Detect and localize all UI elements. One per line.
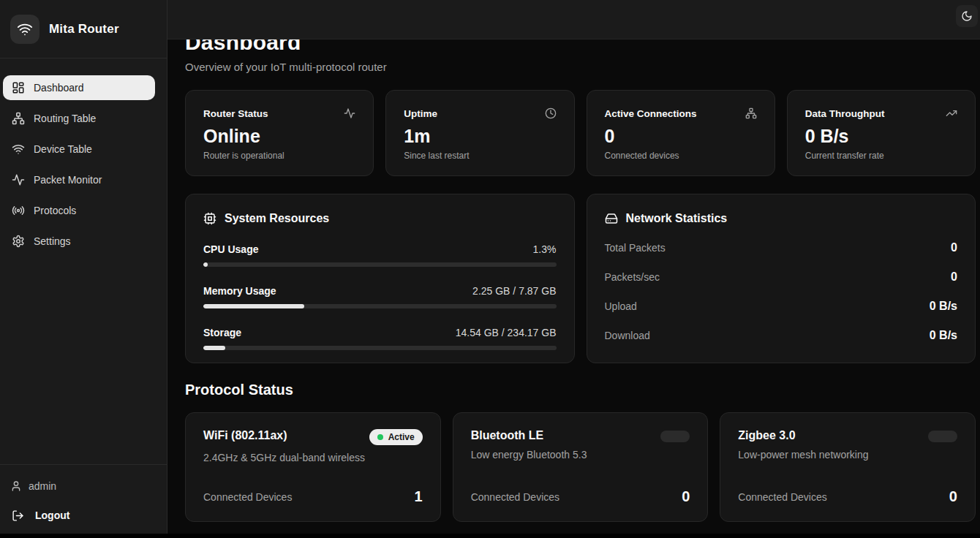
cpu-icon bbox=[203, 212, 216, 225]
sidebar-item-label: Packet Monitor bbox=[34, 174, 102, 186]
stat-card-active-connections: Active Connections 0 Connected devices bbox=[587, 90, 775, 176]
stat-value: Online bbox=[203, 126, 355, 147]
app-logo bbox=[10, 15, 39, 44]
connected-devices-value: 0 bbox=[949, 488, 957, 505]
cpu-progress-bar bbox=[203, 262, 557, 267]
resource-row-storage: Storage 14.54 GB / 234.17 GB bbox=[203, 327, 557, 350]
sidebar-item-protocols[interactable]: Protocols bbox=[3, 198, 155, 223]
stat-description: Since last restart bbox=[404, 151, 556, 161]
net-stat-label: Upload bbox=[605, 300, 637, 312]
stat-label: Active Connections bbox=[605, 108, 697, 119]
connected-devices-value: 1 bbox=[415, 488, 423, 505]
net-stat-row-download: Download 0 B/s bbox=[605, 329, 958, 342]
network-statistics-card: Network Statistics Total Packets 0 Packe… bbox=[587, 194, 976, 363]
sidebar-item-label: Settings bbox=[34, 235, 71, 247]
stat-card-data-throughput: Data Throughput 0 B/s Current transfer r… bbox=[787, 90, 976, 176]
resource-row-cpu: CPU Usage 1.3% bbox=[203, 243, 557, 267]
protocol-description: 2.4GHz & 5GHz dual-band wireless bbox=[203, 452, 423, 463]
protocol-status-heading: Protocol Status bbox=[185, 382, 976, 398]
net-stat-label: Packets/sec bbox=[605, 271, 660, 283]
status-badge-inactive bbox=[660, 431, 690, 442]
sidebar-item-dashboard[interactable]: Dashboard bbox=[3, 75, 155, 100]
net-stat-label: Total Packets bbox=[605, 242, 666, 254]
memory-progress-fill bbox=[203, 304, 304, 308]
protocol-card-zigbee: Zigbee 3.0 Low-power mesh networking Con… bbox=[720, 412, 976, 522]
sidebar-item-settings[interactable]: Settings bbox=[3, 229, 155, 254]
protocol-name: WiFi (802.11ax) bbox=[203, 429, 287, 442]
user-icon bbox=[10, 480, 22, 492]
stat-value: 1m bbox=[404, 126, 556, 147]
stat-description: Connected devices bbox=[605, 151, 757, 161]
status-badge-active: Active bbox=[369, 429, 423, 445]
connected-devices-value: 0 bbox=[682, 488, 690, 505]
connected-devices-label: Connected Devices bbox=[471, 491, 559, 503]
protocol-card-wifi: WiFi (802.11ax) Active 2.4GHz & 5GHz dua… bbox=[185, 412, 441, 522]
resource-label: CPU Usage bbox=[203, 243, 258, 255]
stat-label: Router Status bbox=[203, 108, 268, 119]
net-stat-value: 0 bbox=[951, 270, 957, 284]
panel-title: System Resources bbox=[225, 212, 329, 225]
protocol-description: Low-power mesh networking bbox=[738, 449, 957, 461]
sidebar-item-label: Routing Table bbox=[34, 113, 96, 124]
status-dot-icon bbox=[377, 434, 383, 440]
stat-value: 0 bbox=[605, 126, 757, 147]
stat-description: Router is operational bbox=[203, 151, 355, 161]
sidebar-item-label: Protocols bbox=[34, 205, 76, 216]
protocol-cards-row: WiFi (802.11ax) Active 2.4GHz & 5GHz dua… bbox=[185, 412, 976, 522]
storage-progress-fill bbox=[203, 346, 225, 350]
net-stat-row-packets-sec: Packets/sec 0 bbox=[605, 270, 958, 284]
protocol-name: Bluetooth LE bbox=[471, 429, 544, 442]
sidebar-item-device-table[interactable]: Device Table bbox=[3, 137, 155, 162]
stat-value: 0 B/s bbox=[805, 126, 957, 147]
theme-toggle-button[interactable] bbox=[956, 5, 978, 27]
activity-icon bbox=[344, 107, 355, 119]
layout-dashboard-icon bbox=[12, 81, 25, 94]
username: admin bbox=[29, 480, 56, 492]
sidebar-item-label: Dashboard bbox=[34, 82, 84, 94]
network-icon bbox=[12, 112, 25, 125]
hard-drive-icon bbox=[605, 212, 618, 225]
net-stat-value: 0 bbox=[951, 241, 957, 254]
status-badge-label: Active bbox=[388, 432, 415, 442]
net-stat-label: Download bbox=[605, 330, 650, 341]
net-stat-row-upload: Upload 0 B/s bbox=[605, 300, 958, 313]
page-title: Dashboard bbox=[185, 39, 976, 56]
sidebar: Mita Router Dashboard Routing Table Devi… bbox=[0, 0, 167, 538]
wifi-icon bbox=[17, 21, 33, 37]
radio-icon bbox=[12, 204, 25, 217]
resource-label: Memory Usage bbox=[203, 285, 276, 297]
trending-up-icon bbox=[946, 107, 957, 119]
stat-description: Current transfer rate bbox=[805, 151, 957, 161]
main-content: Dashboard Overview of your IoT multi-pro… bbox=[167, 39, 980, 538]
net-stat-value: 0 B/s bbox=[930, 300, 957, 313]
resource-row-memory: Memory Usage 2.25 GB / 7.87 GB bbox=[203, 285, 557, 308]
net-stat-value: 0 B/s bbox=[930, 329, 957, 342]
middle-panels-row: System Resources CPU Usage 1.3% Memory U… bbox=[185, 194, 976, 363]
storage-progress-bar bbox=[203, 346, 557, 350]
resource-value: 14.54 GB / 234.17 GB bbox=[456, 327, 557, 338]
bottom-strip bbox=[0, 534, 980, 538]
resource-value: 1.3% bbox=[533, 243, 557, 255]
page-subtitle: Overview of your IoT multi-protocol rout… bbox=[185, 61, 976, 73]
sidebar-header: Mita Router bbox=[0, 0, 167, 58]
logout-label: Logout bbox=[35, 509, 69, 521]
wifi-icon bbox=[12, 143, 25, 156]
stat-card-router-status: Router Status Online Router is operation… bbox=[185, 90, 374, 176]
logout-button[interactable]: Logout bbox=[10, 503, 155, 528]
sidebar-nav: Dashboard Routing Table Device Table Pac… bbox=[0, 58, 167, 464]
current-user: admin bbox=[10, 474, 155, 499]
system-resources-card: System Resources CPU Usage 1.3% Memory U… bbox=[185, 194, 575, 363]
stat-label: Data Throughput bbox=[805, 108, 885, 119]
cpu-progress-fill bbox=[203, 262, 208, 267]
sidebar-item-routing-table[interactable]: Routing Table bbox=[3, 106, 155, 131]
resource-value: 2.25 GB / 7.87 GB bbox=[472, 285, 556, 297]
protocol-description: Low energy Bluetooth 5.3 bbox=[471, 449, 690, 461]
sidebar-item-packet-monitor[interactable]: Packet Monitor bbox=[3, 167, 155, 192]
panel-title: Network Statistics bbox=[626, 212, 728, 225]
activity-icon bbox=[12, 173, 25, 186]
connected-devices-label: Connected Devices bbox=[203, 491, 292, 503]
right-column: Dashboard Overview of your IoT multi-pro… bbox=[167, 0, 980, 538]
topbar bbox=[167, 0, 980, 39]
network-icon bbox=[745, 107, 757, 119]
clock-icon bbox=[545, 107, 557, 119]
